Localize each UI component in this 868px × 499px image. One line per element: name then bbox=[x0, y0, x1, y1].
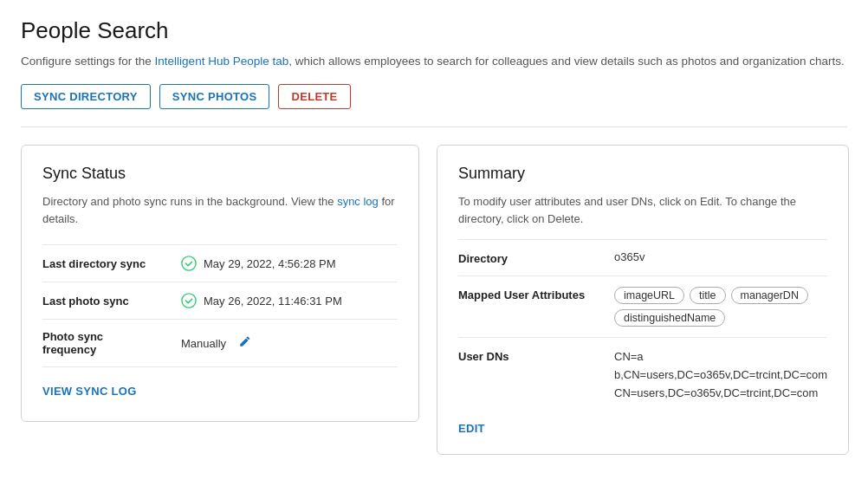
section-divider bbox=[21, 126, 847, 127]
sync-log-link[interactable]: sync log bbox=[337, 195, 379, 208]
tags-row: imageURLtitlemanagerDNdistinguishedName bbox=[614, 287, 827, 327]
summary-val-user-dns: CN=a b,CN=users,DC=o365v,DC=trcint,DC=co… bbox=[614, 348, 827, 402]
sync-photos-button[interactable]: SYNC PHOTOS bbox=[159, 84, 270, 109]
sync-row-directory: Last directory sync May 29, 2022, 4:56:2… bbox=[42, 244, 398, 282]
sync-status-title: Sync Status bbox=[42, 165, 398, 183]
edit-frequency-icon[interactable] bbox=[238, 335, 251, 351]
sync-value-directory: May 29, 2022, 4:56:28 PM bbox=[181, 256, 335, 271]
view-sync-log-link[interactable]: VIEW SYNC LOG bbox=[42, 385, 137, 398]
toolbar: SYNC DIRECTORY SYNC PHOTOS DELETE bbox=[21, 84, 847, 109]
sync-label-frequency: Photo syncfrequency bbox=[42, 330, 181, 356]
sync-status-subtitle: Directory and photo sync runs in the bac… bbox=[42, 193, 398, 227]
summary-title: Summary bbox=[458, 165, 827, 183]
attribute-tag: title bbox=[690, 287, 725, 304]
sync-value-frequency: Manually bbox=[181, 335, 251, 351]
sync-status-card: Sync Status Directory and photo sync run… bbox=[21, 145, 419, 422]
edit-link[interactable]: EDIT bbox=[458, 422, 485, 435]
svg-point-0 bbox=[182, 256, 196, 270]
page-title: People Search bbox=[21, 17, 847, 44]
cards-row: Sync Status Directory and photo sync run… bbox=[21, 145, 847, 454]
attribute-tag: managerDN bbox=[731, 287, 808, 304]
summary-val-mapped-attrs: imageURLtitlemanagerDNdistinguishedName bbox=[614, 287, 827, 327]
page-description: Configure settings for the Intelligent H… bbox=[21, 53, 847, 70]
sync-row-photo: Last photo sync May 26, 2022, 11:46:31 P… bbox=[42, 282, 398, 319]
summary-row-user-dns: User DNs CN=a b,CN=users,DC=o365v,DC=trc… bbox=[458, 337, 827, 412]
sync-directory-button[interactable]: SYNC DIRECTORY bbox=[21, 84, 151, 109]
summary-row-directory: Directory o365v bbox=[458, 239, 827, 275]
attribute-tag: imageURL bbox=[614, 287, 684, 304]
sync-date-directory: May 29, 2022, 4:56:28 PM bbox=[204, 257, 335, 270]
hub-people-link[interactable]: Intelligent Hub People tab bbox=[155, 55, 289, 68]
summary-card: Summary To modify user attributes and us… bbox=[437, 145, 849, 454]
svg-point-1 bbox=[182, 294, 196, 308]
sync-date-photo: May 26, 2022, 11:46:31 PM bbox=[204, 295, 342, 308]
sync-frequency-value: Manually bbox=[181, 337, 226, 350]
user-dn-item: CN=a b,CN=users,DC=o365v,DC=trcint,DC=co… bbox=[614, 348, 827, 385]
check-circle-icon-photo bbox=[181, 293, 197, 308]
sync-row-frequency: Photo syncfrequency Manually bbox=[42, 319, 398, 367]
summary-description: To modify user attributes and user DNs, … bbox=[458, 193, 827, 227]
summary-key-mapped-attrs: Mapped User Attributes bbox=[458, 287, 614, 301]
sync-label-directory: Last directory sync bbox=[42, 257, 181, 270]
check-circle-icon bbox=[181, 256, 197, 271]
sync-label-photo: Last photo sync bbox=[42, 295, 181, 308]
sync-value-photo: May 26, 2022, 11:46:31 PM bbox=[181, 293, 342, 308]
summary-val-directory: o365v bbox=[614, 250, 827, 263]
delete-button[interactable]: DELETE bbox=[278, 84, 350, 109]
summary-key-directory: Directory bbox=[458, 250, 614, 265]
attribute-tag: distinguishedName bbox=[614, 309, 725, 327]
summary-row-mapped-attrs: Mapped User Attributes imageURLtitlemana… bbox=[458, 275, 827, 337]
user-dn-item: CN=users,DC=o365v,DC=trcint,DC=com bbox=[614, 385, 827, 403]
summary-key-user-dns: User DNs bbox=[458, 348, 614, 363]
